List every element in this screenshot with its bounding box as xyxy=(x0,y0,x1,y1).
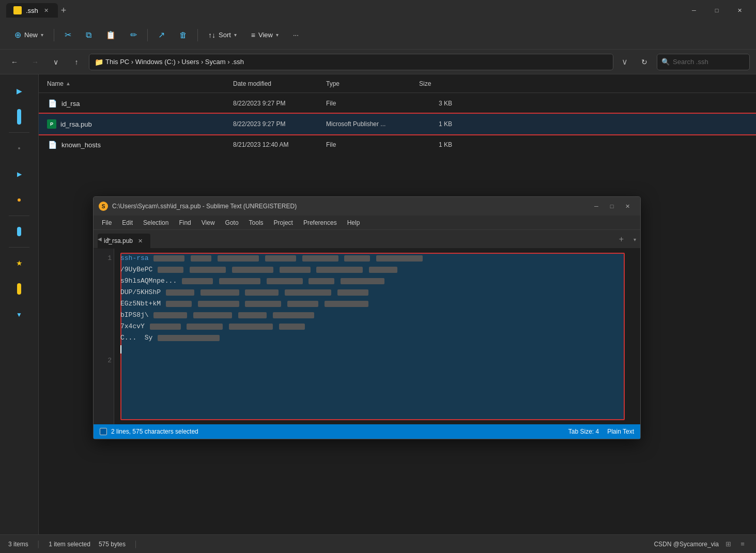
search-icon: 🔍 xyxy=(661,58,670,66)
dropdown-nav-button[interactable]: ∨ xyxy=(48,54,64,70)
header-name[interactable]: Name ▲ xyxy=(43,80,229,87)
more-button[interactable]: ··· xyxy=(287,26,305,44)
status-left: 2 lines, 575 characters selected xyxy=(100,428,198,435)
view-list-icon[interactable]: ≡ xyxy=(737,539,748,549)
new-button[interactable]: ⊕ New ▾ xyxy=(8,26,50,44)
new-tab-button[interactable]: + xyxy=(61,5,67,16)
search-input[interactable] xyxy=(673,58,745,66)
menu-selection[interactable]: Selection xyxy=(139,218,173,228)
sidebar-expand-arrow[interactable]: ▶ xyxy=(5,79,34,103)
tab-nav-left-button[interactable]: ◀ xyxy=(96,235,104,243)
up-button[interactable]: ↑ xyxy=(68,54,85,70)
menu-preferences[interactable]: Preferences xyxy=(299,218,341,228)
cut-button[interactable]: ✂ xyxy=(58,26,78,44)
sublime-maximize[interactable]: □ xyxy=(604,200,620,212)
header-date[interactable]: Date modified xyxy=(229,80,322,87)
menu-goto[interactable]: Goto xyxy=(221,218,243,228)
code-line-1: ssh-rsa xyxy=(120,253,634,264)
menu-edit[interactable]: Edit xyxy=(118,218,137,228)
file-row-knownhosts[interactable]: 📄 known_hosts 8/21/2023 12:40 AM File 1 … xyxy=(39,134,756,155)
file-icon-idrsa: 📄 xyxy=(47,98,57,109)
paste-button[interactable]: 📋 xyxy=(100,26,122,44)
code-line-8: C... Sy xyxy=(120,332,634,344)
file-row-idrsa[interactable]: 📄 id_rsa 8/22/2023 9:27 PM File 3 KB xyxy=(39,93,756,114)
sidebar-item-7[interactable] xyxy=(5,276,34,301)
delete-button[interactable]: 🗑 xyxy=(173,26,193,44)
sublime-menubar: File Edit Selection Find View Goto Tools… xyxy=(94,216,640,230)
menu-help[interactable]: Help xyxy=(343,218,364,228)
cursor xyxy=(120,345,121,354)
separator-3 xyxy=(197,29,198,41)
status-sep-1: │ xyxy=(37,541,41,548)
rename-button[interactable]: ✏ xyxy=(124,26,143,44)
rename-icon: ✏ xyxy=(130,30,137,40)
sidebar-divider-2 xyxy=(9,216,29,216)
sidebar-item-2[interactable] xyxy=(5,136,34,161)
menu-file[interactable]: File xyxy=(98,218,116,228)
status-checkbox[interactable] xyxy=(100,428,107,435)
view-button[interactable]: ≡ View ▾ xyxy=(245,26,285,44)
editor-tab-close[interactable]: ✕ xyxy=(136,237,144,245)
file-type-idrsa: File xyxy=(322,100,415,107)
search-box[interactable]: 🔍 xyxy=(657,54,750,70)
path-text: This PC › Windows (C:) › Users › Sycam ›… xyxy=(105,58,244,66)
sidebar-dot-orange xyxy=(18,198,21,202)
share-button[interactable]: ↗ xyxy=(152,26,171,44)
view-grid-icon[interactable]: ⊞ xyxy=(723,539,733,549)
code-line-7: 7x4cvY xyxy=(120,321,634,332)
editor-content[interactable]: ssh-rsa /9UyBePC s9hlsAQMnpe... xyxy=(114,249,640,424)
sidebar-expand-3: ▼ xyxy=(16,311,22,318)
sidebar-item-3[interactable]: ▶ xyxy=(5,162,34,187)
forward-button[interactable]: → xyxy=(27,54,43,70)
sidebar-item-5[interactable] xyxy=(5,219,34,244)
file-list-header: Name ▲ Date modified Type Size xyxy=(39,74,756,93)
sidebar-color-3 xyxy=(17,283,21,295)
sort-button[interactable]: ↑↓ Sort ▾ xyxy=(202,26,243,44)
code-line-5: EGz5Nbt+kM xyxy=(120,298,634,310)
sidebar-item-6[interactable]: ★ xyxy=(5,251,34,275)
sublime-close[interactable]: ✕ xyxy=(620,200,635,212)
header-type[interactable]: Type xyxy=(322,80,415,87)
file-row-idrsapub[interactable]: P id_rsa.pub 8/22/2023 9:27 PM Microsoft… xyxy=(39,114,756,134)
sublime-minimize[interactable]: ─ xyxy=(589,200,604,212)
status-syntax[interactable]: Plain Text xyxy=(607,428,634,435)
explorer-tab[interactable]: .ssh ✕ xyxy=(6,3,58,18)
sort-icon: ↑↓ xyxy=(208,31,215,39)
bottom-status: 3 items │ 1 item selected 575 bytes │ CS… xyxy=(0,534,756,553)
minimize-button[interactable]: ─ xyxy=(684,3,704,18)
header-size[interactable]: Size xyxy=(415,80,456,87)
sidebar-item-1[interactable] xyxy=(5,104,34,129)
bottom-right: CSDN @Sycamore_via ⊞ ≡ xyxy=(654,539,748,549)
refresh-button[interactable]: ↻ xyxy=(636,54,653,70)
file-name-idrsapub: P id_rsa.pub xyxy=(43,119,229,129)
copy-button[interactable]: ⧉ xyxy=(80,26,98,44)
tab-nav-right-button[interactable]: ▶ xyxy=(105,235,113,243)
file-size-idrsa: 3 KB xyxy=(415,100,456,107)
add-tab-button[interactable]: + xyxy=(619,235,624,244)
sublime-title: C:\Users\Sycam\.ssh\id_rsa.pub - Sublime… xyxy=(112,203,589,210)
tab-dropdown-button[interactable]: ▾ xyxy=(634,236,636,242)
sidebar-color-1 xyxy=(17,109,21,125)
menu-find[interactable]: Find xyxy=(175,218,195,228)
status-tab-size[interactable]: Tab Size: 4 xyxy=(568,428,599,435)
file-size-idrsapub: 1 KB xyxy=(415,120,456,128)
sidebar-expand-bottom[interactable]: ▼ xyxy=(5,302,34,327)
close-button[interactable]: ✕ xyxy=(729,3,750,18)
status-right: Tab Size: 4 Plain Text xyxy=(568,428,634,435)
line-numbers: 1 2 xyxy=(94,249,114,424)
path-dropdown-button[interactable]: ∨ xyxy=(618,54,632,70)
expand-icon: ▶ xyxy=(17,87,22,95)
back-button[interactable]: ← xyxy=(6,54,23,70)
maximize-button[interactable]: □ xyxy=(706,3,727,18)
delete-icon: 🗑 xyxy=(179,30,187,39)
file-name-idrsa: 📄 id_rsa xyxy=(43,98,229,109)
menu-tools[interactable]: Tools xyxy=(245,218,268,228)
menu-view[interactable]: View xyxy=(197,218,219,228)
menu-project[interactable]: Project xyxy=(270,218,297,228)
sidebar-item-4[interactable] xyxy=(5,188,34,212)
tab-close-button[interactable]: ✕ xyxy=(42,6,51,14)
address-path[interactable]: 📁 This PC › Windows (C:) › Users › Sycam… xyxy=(89,54,613,70)
separator-1 xyxy=(54,29,54,41)
code-line-2: /9UyBePC xyxy=(120,264,634,275)
share-icon: ↗ xyxy=(158,30,165,40)
